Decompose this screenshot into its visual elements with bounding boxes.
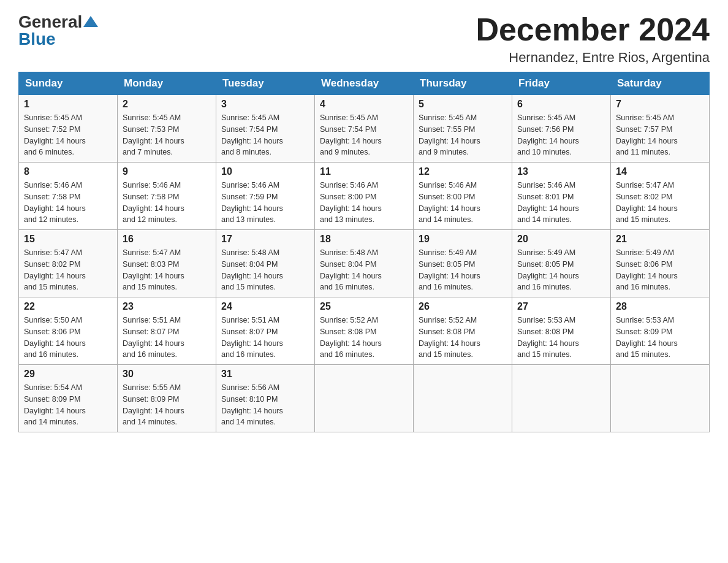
day-number: 28 bbox=[616, 301, 704, 312]
day-number: 1 bbox=[24, 99, 112, 110]
day-info: Sunrise: 5:49 AMSunset: 8:06 PMDaylight:… bbox=[616, 247, 704, 293]
calendar-cell: 30 Sunrise: 5:55 AMSunset: 8:09 PMDaylig… bbox=[118, 365, 216, 432]
day-info: Sunrise: 5:46 AMSunset: 7:58 PMDaylight:… bbox=[123, 180, 211, 226]
day-info: Sunrise: 5:48 AMSunset: 8:04 PMDaylight:… bbox=[221, 247, 309, 293]
day-number: 13 bbox=[517, 166, 605, 177]
calendar-cell bbox=[414, 365, 512, 432]
header-thursday: Thursday bbox=[414, 72, 512, 95]
day-info: Sunrise: 5:53 AMSunset: 8:09 PMDaylight:… bbox=[616, 315, 704, 361]
calendar-week-row: 22 Sunrise: 5:50 AMSunset: 8:06 PMDaylig… bbox=[19, 297, 710, 365]
calendar-cell: 26 Sunrise: 5:52 AMSunset: 8:08 PMDaylig… bbox=[414, 297, 512, 365]
day-number: 18 bbox=[320, 234, 408, 245]
day-number: 19 bbox=[419, 234, 507, 245]
day-number: 7 bbox=[616, 99, 704, 110]
calendar-cell bbox=[512, 365, 611, 432]
calendar-cell: 11 Sunrise: 5:46 AMSunset: 8:00 PMDaylig… bbox=[315, 163, 414, 230]
day-info: Sunrise: 5:45 AMSunset: 7:54 PMDaylight:… bbox=[221, 112, 309, 158]
day-number: 4 bbox=[320, 99, 408, 110]
calendar-cell: 21 Sunrise: 5:49 AMSunset: 8:06 PMDaylig… bbox=[611, 230, 710, 297]
calendar-header-row: Sunday Monday Tuesday Wednesday Thursday… bbox=[19, 72, 710, 95]
day-info: Sunrise: 5:52 AMSunset: 8:08 PMDaylight:… bbox=[419, 315, 507, 361]
day-number: 17 bbox=[221, 234, 309, 245]
calendar-week-row: 29 Sunrise: 5:54 AMSunset: 8:09 PMDaylig… bbox=[19, 365, 710, 432]
day-number: 23 bbox=[123, 301, 211, 312]
day-info: Sunrise: 5:53 AMSunset: 8:08 PMDaylight:… bbox=[517, 315, 605, 361]
day-info: Sunrise: 5:52 AMSunset: 8:08 PMDaylight:… bbox=[320, 315, 408, 361]
day-number: 20 bbox=[517, 234, 605, 245]
day-info: Sunrise: 5:45 AMSunset: 7:55 PMDaylight:… bbox=[419, 112, 507, 158]
day-number: 2 bbox=[123, 99, 211, 110]
day-number: 26 bbox=[419, 301, 507, 312]
header-saturday: Saturday bbox=[611, 72, 710, 95]
calendar-week-row: 8 Sunrise: 5:46 AMSunset: 7:58 PMDayligh… bbox=[19, 163, 710, 230]
day-info: Sunrise: 5:46 AMSunset: 8:00 PMDaylight:… bbox=[320, 180, 408, 226]
day-info: Sunrise: 5:54 AMSunset: 8:09 PMDaylight:… bbox=[24, 382, 112, 428]
calendar-cell: 14 Sunrise: 5:47 AMSunset: 8:02 PMDaylig… bbox=[611, 163, 710, 230]
calendar-cell: 1 Sunrise: 5:45 AMSunset: 7:52 PMDayligh… bbox=[19, 95, 118, 163]
calendar-cell bbox=[315, 365, 414, 432]
day-info: Sunrise: 5:50 AMSunset: 8:06 PMDaylight:… bbox=[24, 315, 112, 361]
header-sunday: Sunday bbox=[19, 72, 118, 95]
day-number: 8 bbox=[24, 166, 112, 177]
day-number: 10 bbox=[221, 166, 309, 177]
day-number: 9 bbox=[123, 166, 211, 177]
day-number: 16 bbox=[123, 234, 211, 245]
calendar-cell: 8 Sunrise: 5:46 AMSunset: 7:58 PMDayligh… bbox=[19, 163, 118, 230]
calendar-cell: 10 Sunrise: 5:46 AMSunset: 7:59 PMDaylig… bbox=[216, 163, 315, 230]
calendar-week-row: 1 Sunrise: 5:45 AMSunset: 7:52 PMDayligh… bbox=[19, 95, 710, 163]
day-number: 3 bbox=[221, 99, 309, 110]
day-info: Sunrise: 5:46 AMSunset: 7:58 PMDaylight:… bbox=[24, 180, 112, 226]
calendar-cell: 25 Sunrise: 5:52 AMSunset: 8:08 PMDaylig… bbox=[315, 297, 414, 365]
day-info: Sunrise: 5:45 AMSunset: 7:57 PMDaylight:… bbox=[616, 112, 704, 158]
day-info: Sunrise: 5:45 AMSunset: 7:53 PMDaylight:… bbox=[123, 112, 211, 158]
calendar-cell: 2 Sunrise: 5:45 AMSunset: 7:53 PMDayligh… bbox=[118, 95, 216, 163]
calendar-cell: 5 Sunrise: 5:45 AMSunset: 7:55 PMDayligh… bbox=[414, 95, 512, 163]
day-number: 14 bbox=[616, 166, 704, 177]
svg-marker-0 bbox=[83, 16, 98, 27]
day-number: 12 bbox=[419, 166, 507, 177]
header-monday: Monday bbox=[118, 72, 216, 95]
calendar-cell: 19 Sunrise: 5:49 AMSunset: 8:05 PMDaylig… bbox=[414, 230, 512, 297]
header-wednesday: Wednesday bbox=[315, 72, 414, 95]
day-number: 31 bbox=[221, 369, 309, 380]
day-number: 5 bbox=[419, 99, 507, 110]
logo: General Blue bbox=[18, 12, 99, 49]
day-number: 24 bbox=[221, 301, 309, 312]
day-info: Sunrise: 5:46 AMSunset: 8:00 PMDaylight:… bbox=[419, 180, 507, 226]
logo-icon bbox=[82, 13, 99, 31]
calendar-cell: 16 Sunrise: 5:47 AMSunset: 8:03 PMDaylig… bbox=[118, 230, 216, 297]
header-tuesday: Tuesday bbox=[216, 72, 315, 95]
calendar-table: Sunday Monday Tuesday Wednesday Thursday… bbox=[18, 72, 710, 432]
calendar-cell: 4 Sunrise: 5:45 AMSunset: 7:54 PMDayligh… bbox=[315, 95, 414, 163]
calendar-cell: 12 Sunrise: 5:46 AMSunset: 8:00 PMDaylig… bbox=[414, 163, 512, 230]
calendar-cell: 15 Sunrise: 5:47 AMSunset: 8:02 PMDaylig… bbox=[19, 230, 118, 297]
calendar-cell: 22 Sunrise: 5:50 AMSunset: 8:06 PMDaylig… bbox=[19, 297, 118, 365]
calendar-week-row: 15 Sunrise: 5:47 AMSunset: 8:02 PMDaylig… bbox=[19, 230, 710, 297]
day-number: 6 bbox=[517, 99, 605, 110]
calendar-cell: 23 Sunrise: 5:51 AMSunset: 8:07 PMDaylig… bbox=[118, 297, 216, 365]
calendar-cell: 7 Sunrise: 5:45 AMSunset: 7:57 PMDayligh… bbox=[611, 95, 710, 163]
day-number: 27 bbox=[517, 301, 605, 312]
day-info: Sunrise: 5:45 AMSunset: 7:52 PMDaylight:… bbox=[24, 112, 112, 158]
day-info: Sunrise: 5:47 AMSunset: 8:03 PMDaylight:… bbox=[123, 247, 211, 293]
calendar-cell: 31 Sunrise: 5:56 AMSunset: 8:10 PMDaylig… bbox=[216, 365, 315, 432]
day-info: Sunrise: 5:47 AMSunset: 8:02 PMDaylight:… bbox=[24, 247, 112, 293]
calendar-cell: 28 Sunrise: 5:53 AMSunset: 8:09 PMDaylig… bbox=[611, 297, 710, 365]
day-info: Sunrise: 5:47 AMSunset: 8:02 PMDaylight:… bbox=[616, 180, 704, 226]
day-info: Sunrise: 5:45 AMSunset: 7:56 PMDaylight:… bbox=[517, 112, 605, 158]
calendar-cell: 9 Sunrise: 5:46 AMSunset: 7:58 PMDayligh… bbox=[118, 163, 216, 230]
day-number: 15 bbox=[24, 234, 112, 245]
location-title: Hernandez, Entre Rios, Argentina bbox=[476, 50, 710, 66]
calendar-cell: 18 Sunrise: 5:48 AMSunset: 8:04 PMDaylig… bbox=[315, 230, 414, 297]
day-number: 30 bbox=[123, 369, 211, 380]
calendar-cell: 6 Sunrise: 5:45 AMSunset: 7:56 PMDayligh… bbox=[512, 95, 611, 163]
header-friday: Friday bbox=[512, 72, 611, 95]
day-info: Sunrise: 5:46 AMSunset: 8:01 PMDaylight:… bbox=[517, 180, 605, 226]
day-info: Sunrise: 5:51 AMSunset: 8:07 PMDaylight:… bbox=[221, 315, 309, 361]
day-info: Sunrise: 5:46 AMSunset: 7:59 PMDaylight:… bbox=[221, 180, 309, 226]
day-info: Sunrise: 5:49 AMSunset: 8:05 PMDaylight:… bbox=[517, 247, 605, 293]
calendar-cell: 24 Sunrise: 5:51 AMSunset: 8:07 PMDaylig… bbox=[216, 297, 315, 365]
calendar-cell: 17 Sunrise: 5:48 AMSunset: 8:04 PMDaylig… bbox=[216, 230, 315, 297]
day-number: 21 bbox=[616, 234, 704, 245]
calendar-cell: 29 Sunrise: 5:54 AMSunset: 8:09 PMDaylig… bbox=[19, 365, 118, 432]
